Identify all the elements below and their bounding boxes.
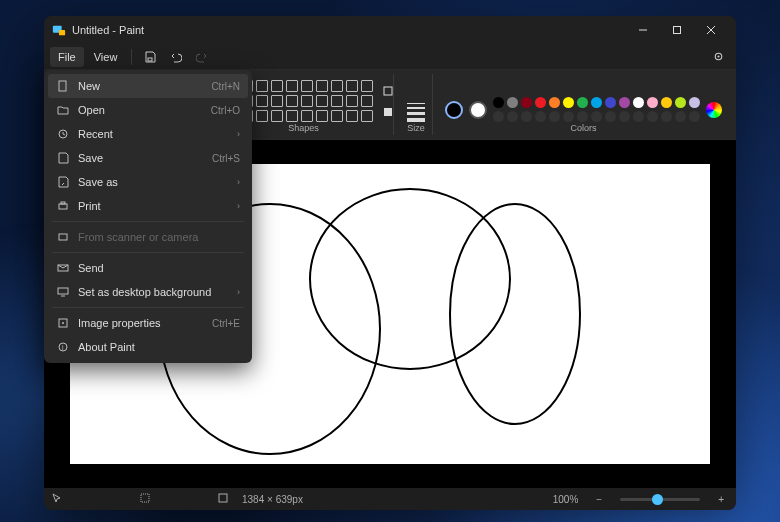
colors-label: Colors <box>570 123 596 133</box>
size-label: Size <box>407 123 425 133</box>
zoom-level: 100% <box>553 494 579 505</box>
palette-swatch[interactable] <box>493 97 504 108</box>
color-2-swatch[interactable] <box>469 101 487 119</box>
shapes-label: Shapes <box>288 123 319 133</box>
image-size-icon <box>218 493 228 505</box>
palette-swatch[interactable] <box>661 111 672 122</box>
svg-rect-1 <box>59 30 65 35</box>
palette-swatch[interactable] <box>563 97 574 108</box>
palette-swatch[interactable] <box>591 111 602 122</box>
svg-rect-13 <box>384 87 392 95</box>
palette-swatch[interactable] <box>577 111 588 122</box>
selection-size-icon <box>140 493 150 505</box>
palette-swatch[interactable] <box>521 97 532 108</box>
cursor-position-icon <box>52 493 62 505</box>
menu-item-send[interactable]: Send <box>48 256 248 280</box>
menu-view[interactable]: View <box>86 47 126 67</box>
palette-swatch[interactable] <box>633 111 644 122</box>
desktop-icon <box>56 285 70 299</box>
menu-item-print[interactable]: Print› <box>48 194 248 218</box>
ribbon-group-colors: Colors <box>439 74 728 135</box>
palette-swatch[interactable] <box>675 97 686 108</box>
statusbar: 1384 × 639px 100% − + <box>44 488 736 510</box>
zoom-out-button[interactable]: − <box>592 494 606 505</box>
palette-swatch[interactable] <box>549 111 560 122</box>
palette-swatch[interactable] <box>605 111 616 122</box>
ribbon-group-size: Size <box>400 74 433 135</box>
undo-icon[interactable] <box>164 46 188 68</box>
palette-swatch[interactable] <box>563 111 574 122</box>
svg-point-16 <box>310 189 510 369</box>
menu-item-open[interactable]: OpenCtrl+O <box>48 98 248 122</box>
menu-item-save-as[interactable]: Save as› <box>48 170 248 194</box>
save-icon <box>56 151 70 165</box>
maximize-button[interactable] <box>660 16 694 44</box>
svg-point-17 <box>450 204 580 424</box>
scanner-icon <box>56 230 70 244</box>
menu-separator <box>52 307 244 308</box>
palette-swatch[interactable] <box>605 97 616 108</box>
menu-separator <box>52 252 244 253</box>
svg-rect-3 <box>674 27 681 34</box>
palette-swatch[interactable] <box>675 111 686 122</box>
shape-fill-icon[interactable] <box>379 103 397 121</box>
palette-swatch[interactable] <box>647 111 658 122</box>
minimize-button[interactable] <box>626 16 660 44</box>
recent-icon <box>56 127 70 141</box>
palette-swatch[interactable] <box>535 97 546 108</box>
menubar: File View <box>44 44 736 70</box>
svg-point-29 <box>62 322 64 324</box>
palette-swatch[interactable] <box>633 97 644 108</box>
svg-text:i: i <box>62 344 64 351</box>
palette-swatch[interactable] <box>535 111 546 122</box>
send-icon <box>56 261 70 275</box>
about-icon: i <box>56 340 70 354</box>
palette-swatch[interactable] <box>689 111 700 122</box>
menu-item-save[interactable]: SaveCtrl+S <box>48 146 248 170</box>
palette-swatch[interactable] <box>661 97 672 108</box>
color-1-swatch[interactable] <box>445 101 463 119</box>
palette-swatch[interactable] <box>689 97 700 108</box>
menu-separator <box>131 49 132 65</box>
size-button[interactable] <box>406 103 426 122</box>
svg-rect-18 <box>141 494 149 502</box>
menu-item-new[interactable]: NewCtrl+N <box>48 74 248 98</box>
menu-item-set-as-desktop-background[interactable]: Set as desktop background› <box>48 280 248 304</box>
palette-swatch[interactable] <box>507 111 518 122</box>
shape-outline-icon[interactable] <box>379 82 397 100</box>
menu-item-recent[interactable]: Recent› <box>48 122 248 146</box>
edit-colors-icon[interactable] <box>706 102 722 118</box>
zoom-in-button[interactable]: + <box>714 494 728 505</box>
palette-swatch[interactable] <box>619 111 630 122</box>
zoom-slider[interactable] <box>620 498 700 501</box>
redo-icon[interactable] <box>190 46 214 68</box>
menu-item-about-paint[interactable]: iAbout Paint <box>48 335 248 359</box>
palette-swatch[interactable] <box>647 97 658 108</box>
close-button[interactable] <box>694 16 728 44</box>
palette-swatch[interactable] <box>493 111 504 122</box>
window-title: Untitled - Paint <box>72 24 144 36</box>
saveas-icon <box>56 175 70 189</box>
palette-swatch[interactable] <box>577 97 588 108</box>
file-menu-dropdown: NewCtrl+NOpenCtrl+ORecent›SaveCtrl+SSave… <box>44 70 252 363</box>
settings-icon[interactable] <box>706 46 730 68</box>
menu-item-image-properties[interactable]: Image propertiesCtrl+E <box>48 311 248 335</box>
svg-rect-19 <box>219 494 227 502</box>
palette-swatch[interactable] <box>549 97 560 108</box>
save-icon[interactable] <box>138 46 162 68</box>
color-palette[interactable] <box>493 97 700 122</box>
svg-rect-14 <box>384 108 392 116</box>
svg-point-8 <box>717 55 719 57</box>
palette-swatch[interactable] <box>507 97 518 108</box>
print-icon <box>56 199 70 213</box>
canvas-dimensions: 1384 × 639px <box>242 494 303 505</box>
svg-rect-22 <box>59 204 67 209</box>
props-icon <box>56 316 70 330</box>
menu-item-from-scanner-or-camera: From scanner or camera <box>48 225 248 249</box>
palette-swatch[interactable] <box>619 97 630 108</box>
svg-rect-24 <box>59 234 67 240</box>
menu-file[interactable]: File <box>50 47 84 67</box>
palette-swatch[interactable] <box>521 111 532 122</box>
palette-swatch[interactable] <box>591 97 602 108</box>
open-icon <box>56 103 70 117</box>
